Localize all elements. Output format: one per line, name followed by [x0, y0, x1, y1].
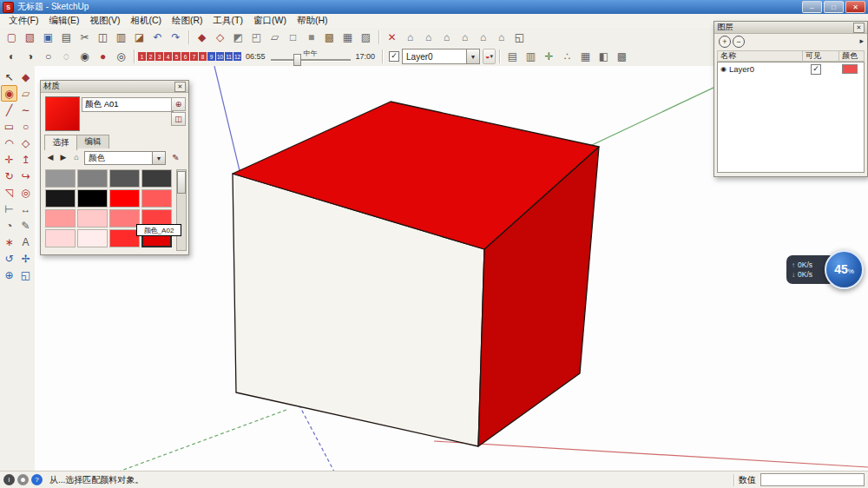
- material-name-input[interactable]: [82, 97, 174, 112]
- copy-icon[interactable]: ◫: [95, 30, 111, 45]
- 3d-text-icon[interactable]: A: [17, 234, 34, 250]
- chevron-down-icon[interactable]: ▼: [152, 152, 165, 164]
- shadow-month-10[interactable]: 10: [216, 52, 224, 61]
- textured-style-icon[interactable]: ▩: [321, 30, 338, 45]
- home-icon[interactable]: ⌂: [70, 151, 82, 163]
- axes-toggle-icon[interactable]: ✛: [541, 49, 557, 64]
- maximize-button[interactable]: □: [824, 1, 844, 13]
- shadow-month-6[interactable]: 6: [181, 52, 189, 61]
- cut-icon[interactable]: ✂: [76, 30, 93, 45]
- section-cuts-icon[interactable]: ▥: [523, 49, 539, 64]
- help-icon[interactable]: ?: [31, 474, 43, 485]
- shadow-month-11[interactable]: 11: [225, 52, 233, 61]
- print-icon[interactable]: ▤: [58, 30, 75, 45]
- follow-me-icon[interactable]: ↪: [17, 168, 34, 184]
- tab-edit[interactable]: 编辑: [76, 135, 109, 148]
- layer-visible-checkbox[interactable]: ✓: [389, 51, 399, 62]
- view-top-icon[interactable]: ⌂: [420, 30, 437, 45]
- section-plane-icon[interactable]: ◰: [248, 30, 265, 45]
- section-display-icon[interactable]: ▤: [504, 49, 521, 64]
- shadow-month-7[interactable]: 7: [190, 52, 198, 61]
- remove-layer-button[interactable]: −: [733, 36, 745, 48]
- column-name[interactable]: 名称: [717, 50, 802, 62]
- redo-icon[interactable]: ↷: [168, 30, 184, 45]
- layer-row[interactable]: ◉ Layer0 ✓: [718, 63, 864, 76]
- close-button[interactable]: ✕: [845, 1, 865, 13]
- open-icon[interactable]: ▧: [22, 30, 38, 45]
- freehand-icon[interactable]: ∼: [17, 102, 34, 118]
- view-back-icon[interactable]: ⌂: [475, 30, 491, 45]
- menu-camera[interactable]: 相机(C): [125, 15, 167, 27]
- layer-color-swatch[interactable]: [842, 64, 858, 74]
- color-swatch[interactable]: [45, 189, 76, 208]
- scale-icon[interactable]: ◹: [1, 184, 17, 201]
- view-right-icon[interactable]: ⌂: [457, 30, 473, 45]
- scrollbar-thumb[interactable]: [177, 171, 186, 194]
- component-options-icon[interactable]: ◇: [212, 30, 228, 45]
- make-component-icon[interactable]: ◆: [194, 30, 210, 45]
- arc-icon[interactable]: ◠: [1, 135, 17, 151]
- column-visible[interactable]: 可见: [802, 50, 838, 62]
- layer-visible-checkbox[interactable]: ✓: [811, 64, 821, 75]
- secondary-pane-icon[interactable]: ◫: [171, 112, 186, 126]
- current-layer-radio[interactable]: ◉: [720, 65, 727, 73]
- dimension-icon[interactable]: ↔: [17, 201, 34, 217]
- color-swatch[interactable]: [109, 189, 140, 208]
- column-color[interactable]: 颜色: [838, 50, 865, 62]
- tape-measure-icon[interactable]: ⊢: [1, 201, 17, 217]
- color-swatch[interactable]: [109, 209, 140, 228]
- close-icon[interactable]: ✕: [174, 82, 186, 92]
- hidden-geometry-icon[interactable]: ▦: [577, 49, 594, 64]
- swatch-scrollbar[interactable]: [176, 169, 187, 251]
- forward-arrow-icon[interactable]: ▶: [57, 151, 69, 163]
- hidden-line-mode-icon[interactable]: ◌: [58, 49, 75, 64]
- save-icon[interactable]: ▣: [40, 30, 56, 45]
- view-front-icon[interactable]: ⌂: [438, 30, 455, 45]
- shadow-month-2[interactable]: 2: [147, 52, 155, 61]
- wireframe-mode-icon[interactable]: ○: [40, 49, 56, 64]
- view-iso-icon[interactable]: ⌂: [402, 30, 418, 45]
- delete-icon[interactable]: ✕: [384, 30, 400, 45]
- back-arrow-icon[interactable]: ◀: [44, 151, 56, 163]
- axes-icon[interactable]: ∗: [1, 234, 17, 250]
- paint-bucket-icon[interactable]: ◉: [1, 85, 17, 102]
- menu-tools[interactable]: 工具(T): [208, 15, 248, 27]
- geolocation-icon[interactable]: i: [3, 474, 15, 485]
- move-icon[interactable]: ✛: [1, 151, 17, 168]
- back-edges-icon[interactable]: ◑: [22, 49, 38, 64]
- menu-draw[interactable]: 绘图(R): [167, 15, 208, 27]
- shadow-settings-icon[interactable]: ◧: [595, 49, 612, 64]
- rectangle-icon[interactable]: ▭: [1, 118, 17, 135]
- shadow-month-8[interactable]: 8: [199, 52, 207, 61]
- shadow-time-slider[interactable]: 中午: [271, 48, 351, 65]
- shadow-month-4[interactable]: 4: [164, 52, 172, 61]
- zoom-icon[interactable]: ⊕: [1, 267, 17, 283]
- xray-mode-icon[interactable]: ◐: [3, 49, 20, 64]
- chevron-down-icon[interactable]: ▼: [466, 49, 479, 63]
- color-swatch[interactable]: [109, 229, 140, 247]
- undo-icon[interactable]: ↶: [149, 30, 166, 45]
- tab-select[interactable]: 选择: [44, 135, 77, 150]
- sample-paint-icon[interactable]: ✎: [169, 151, 182, 163]
- pan-icon[interactable]: ✢: [17, 250, 34, 267]
- add-layer-button[interactable]: +: [719, 36, 731, 48]
- fog-settings-icon[interactable]: ▩: [614, 49, 630, 64]
- menu-help[interactable]: 帮助(H): [292, 15, 333, 27]
- shaded-style-icon[interactable]: ■: [303, 30, 319, 45]
- create-material-icon[interactable]: ⊕: [171, 97, 186, 111]
- wireframe-style-icon[interactable]: ▱: [266, 30, 283, 45]
- text-icon[interactable]: ✎: [17, 217, 34, 234]
- color-swatch[interactable]: [77, 169, 108, 188]
- shadow-month-9[interactable]: 9: [207, 52, 215, 61]
- layer-combo[interactable]: Layer0 ▼: [402, 49, 480, 64]
- monochrome-mode-icon[interactable]: ◎: [113, 49, 129, 64]
- line-icon[interactable]: ╱: [1, 102, 17, 118]
- panel-menu-icon[interactable]: ▸: [859, 36, 864, 45]
- color-swatch[interactable]: [77, 189, 108, 208]
- color-swatch[interactable]: [77, 229, 108, 247]
- zoom-extents-icon[interactable]: ◱: [17, 267, 34, 283]
- memory-usage-ball[interactable]: 45 %: [825, 250, 864, 289]
- rotate-icon[interactable]: ↻: [1, 168, 17, 184]
- measurement-input[interactable]: [760, 473, 865, 486]
- menu-edit[interactable]: 编辑(E): [43, 15, 84, 27]
